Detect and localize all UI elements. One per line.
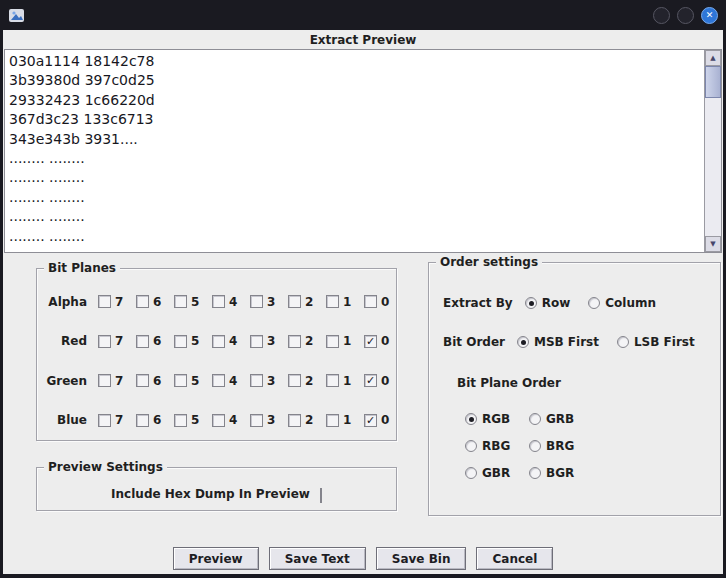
save-text-button[interactable]: Save Text	[269, 547, 366, 570]
bit-checkbox-red-1[interactable]	[326, 335, 339, 348]
scroll-up-button[interactable]: ▲	[705, 50, 721, 66]
preview-settings-group-title: Preview Settings	[44, 460, 167, 475]
scroll-down-button[interactable]: ▼	[705, 236, 721, 252]
bit-number-label: 0	[381, 374, 389, 388]
bit-cell: 5	[174, 413, 212, 427]
bit-checkbox-alpha-7[interactable]	[98, 295, 111, 308]
order-settings-group: Order settings Extract By RowColumn Bit …	[428, 262, 721, 516]
hex-line: ........ ........	[9, 207, 703, 226]
order-settings-group-title: Order settings	[436, 255, 542, 270]
bit-order-lsb-first[interactable]: LSB First	[617, 335, 695, 349]
include-hex-row: Include Hex Dump In Preview	[37, 484, 396, 503]
bit-planes-group: Bit Planes Alpha76543210Red7654321✓0Gree…	[36, 268, 397, 441]
bit-number-label: 7	[115, 295, 123, 309]
bit-checkbox-green-7[interactable]	[98, 374, 111, 387]
bit-number-label: 6	[153, 334, 161, 348]
bit-order-options: MSB FirstLSB First	[517, 335, 695, 349]
bit-cell: 6	[136, 413, 174, 427]
bit-checkbox-green-1[interactable]	[326, 374, 339, 387]
app-icon	[8, 7, 25, 24]
bit-cell: ✓0	[364, 374, 402, 388]
bit-checkbox-green-2[interactable]	[288, 374, 301, 387]
vertical-scrollbar[interactable]: ▲ ▼	[704, 50, 721, 252]
bit-cell: 2	[288, 413, 326, 427]
bit-cell: 7	[98, 374, 136, 388]
bit-checkbox-blue-6[interactable]	[136, 414, 149, 427]
radio-label: MSB First	[534, 335, 599, 349]
bit-order-label: Bit Order	[443, 335, 505, 349]
bit-checkbox-green-6[interactable]	[136, 374, 149, 387]
bit-plane-row: Green7654321✓0	[37, 361, 396, 401]
bit-checkbox-blue-5[interactable]	[174, 414, 187, 427]
radio-label: RBG	[482, 439, 510, 453]
bit-checkbox-blue-0[interactable]: ✓	[364, 414, 377, 427]
bit-number-label: 4	[229, 413, 237, 427]
extract-by-row: Extract By RowColumn	[429, 295, 720, 311]
cancel-button[interactable]: Cancel	[476, 547, 553, 570]
hex-line: 343e343b 3931....	[9, 130, 703, 149]
radio-icon	[465, 440, 477, 452]
bit-checkbox-red-7[interactable]	[98, 335, 111, 348]
bit-cell: 4	[212, 374, 250, 388]
bit-cell: 5	[174, 374, 212, 388]
extract-by-row[interactable]: Row	[525, 296, 571, 310]
bit-cell: 7	[98, 295, 136, 309]
bit-checkbox-red-4[interactable]	[212, 335, 225, 348]
bit-cell: ✓0	[364, 334, 402, 348]
radio-icon	[529, 413, 541, 425]
bit-plane-order-bgr[interactable]: BGR	[529, 466, 720, 480]
bit-checkbox-alpha-5[interactable]	[174, 295, 187, 308]
bit-checkbox-green-4[interactable]	[212, 374, 225, 387]
bit-checkbox-alpha-0[interactable]	[364, 295, 377, 308]
bit-checkbox-green-5[interactable]	[174, 374, 187, 387]
include-hex-checkbox[interactable]	[320, 488, 322, 503]
bit-checkbox-blue-2[interactable]	[288, 414, 301, 427]
bit-plane-order-gbr[interactable]: GBR	[465, 466, 529, 480]
bit-checkbox-green-0[interactable]: ✓	[364, 374, 377, 387]
extract-by-column[interactable]: Column	[588, 296, 656, 310]
bit-checkbox-blue-7[interactable]	[98, 414, 111, 427]
bit-plane-order-rgb[interactable]: RGB	[465, 412, 529, 426]
bit-plane-row: Blue7654321✓0	[37, 401, 396, 441]
scrollbar-thumb[interactable]	[705, 66, 721, 98]
preview-button[interactable]: Preview	[173, 547, 259, 570]
bit-planes-group-title: Bit Planes	[44, 261, 120, 276]
bit-number-label: 1	[343, 374, 351, 388]
bit-plane-order-rbg[interactable]: RBG	[465, 439, 529, 453]
save-bin-button[interactable]: Save Bin	[376, 547, 467, 570]
bit-checkbox-alpha-3[interactable]	[250, 295, 263, 308]
preview-textarea[interactable]: 030a1114 18142c783b39380d 397c0d25293324…	[4, 49, 722, 253]
minimize-button[interactable]	[653, 7, 670, 24]
bit-checkbox-blue-4[interactable]	[212, 414, 225, 427]
bit-checkbox-red-2[interactable]	[288, 335, 301, 348]
bit-plane-order-label: Bit Plane Order	[457, 376, 720, 390]
bit-checkbox-blue-3[interactable]	[250, 414, 263, 427]
titlebar[interactable]: ✕	[0, 0, 726, 30]
bit-checkbox-red-3[interactable]	[250, 335, 263, 348]
bit-cell: 3	[250, 413, 288, 427]
close-button[interactable]: ✕	[701, 7, 718, 24]
bit-checkbox-blue-1[interactable]	[326, 414, 339, 427]
bit-checkbox-alpha-6[interactable]	[136, 295, 149, 308]
hex-line: 367d3c23 133c6713	[9, 110, 703, 129]
hex-line: ........ ........	[9, 188, 703, 207]
bit-cell: 4	[212, 413, 250, 427]
bit-checkbox-green-3[interactable]	[250, 374, 263, 387]
bit-checkbox-alpha-2[interactable]	[288, 295, 301, 308]
include-hex-slot	[320, 484, 322, 503]
bit-checkbox-red-5[interactable]	[174, 335, 187, 348]
maximize-button[interactable]	[677, 7, 694, 24]
bit-order-row: Bit Order MSB FirstLSB First	[429, 334, 720, 350]
bit-number-label: 4	[229, 295, 237, 309]
bit-plane-order-brg[interactable]: BRG	[529, 439, 720, 453]
bit-checkbox-red-0[interactable]: ✓	[364, 335, 377, 348]
bit-number-label: 1	[343, 295, 351, 309]
radio-label: GBR	[482, 466, 510, 480]
bit-number-label: 2	[305, 374, 313, 388]
bit-order-msb-first[interactable]: MSB First	[517, 335, 599, 349]
bit-checkbox-alpha-1[interactable]	[326, 295, 339, 308]
radio-label: GRB	[546, 412, 574, 426]
bit-checkbox-alpha-4[interactable]	[212, 295, 225, 308]
bit-checkbox-red-6[interactable]	[136, 335, 149, 348]
bit-plane-order-grb[interactable]: GRB	[529, 412, 720, 426]
